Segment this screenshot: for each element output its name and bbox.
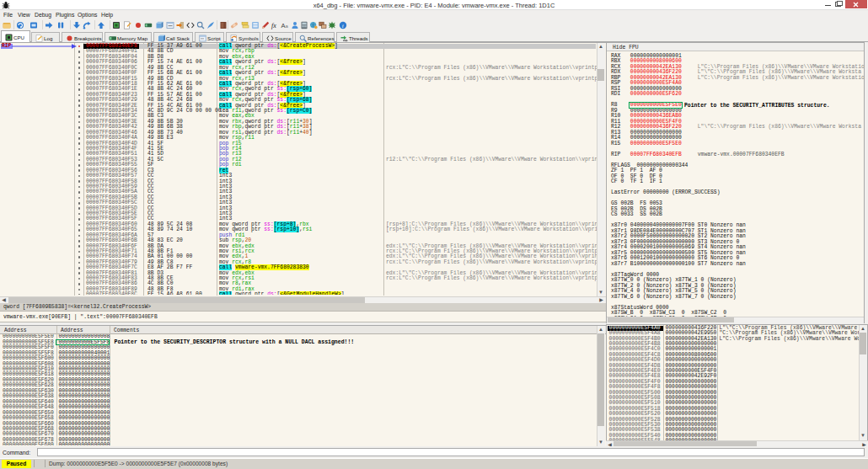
svg-text:fx: fx — [271, 22, 276, 29]
svg-text:a: a — [285, 24, 288, 29]
svg-text:i: i — [342, 23, 344, 29]
